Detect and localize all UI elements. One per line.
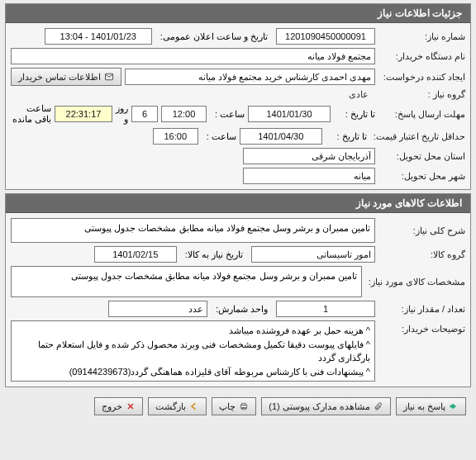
buyer-org-input[interactable] (11, 48, 375, 64)
print-button[interactable]: چاپ (212, 397, 256, 415)
goods-details-header: اطلاعات کالاهای مورد نیاز (6, 194, 470, 213)
need-details-panel: جزئیات اطلاعات نیاز شماره نیاز: تاریخ و … (5, 3, 471, 190)
qty-label: تعداد / مقدار نیاز: (378, 304, 465, 315)
unit-label: واحد شمارش: (211, 304, 273, 315)
attachment-icon (374, 401, 383, 411)
qty-input[interactable] (276, 301, 375, 317)
attachments-label: مشاهده مدارک پیوستی (1) (269, 401, 370, 412)
delivery-province-input[interactable] (243, 148, 375, 164)
back-label: بازگشت (155, 401, 186, 412)
remaining-text: ساعت باقی مانده (11, 103, 51, 125)
delivery-city-input[interactable] (243, 168, 375, 184)
buyer-notes-text[interactable]: ^ هزینه حمل بر عهده فروشنده میباشد ^ فای… (11, 320, 375, 382)
goods-details-panel: اطلاعات کالاهای مورد نیاز شرح کلی نیاز: … (5, 193, 471, 387)
days-count-input[interactable] (131, 106, 158, 122)
reply-icon (449, 401, 459, 411)
buyer-contact-button[interactable]: اطلاعات تماس خریدار (11, 68, 121, 86)
goods-date-label: تاریخ نیاز به کالا: (180, 249, 248, 260)
back-icon (189, 401, 199, 411)
price-hour-input[interactable] (153, 128, 198, 145)
exit-icon (126, 401, 136, 411)
hour-label-1: ساعت : (210, 109, 245, 120)
back-button[interactable]: بازگشت (148, 397, 207, 415)
need-group-value: عادی (342, 89, 375, 100)
need-summary-text[interactable]: تامین ممبران و برشر وسل مجتمع فولاد میان… (11, 218, 375, 243)
action-bar: پاسخ به نیاز مشاهده مدارک پیوستی (1) چاپ… (0, 391, 476, 422)
to-date-label-2: تا تاریخ : (326, 131, 367, 142)
reply-to-date-input[interactable] (248, 106, 331, 122)
unit-input[interactable] (108, 301, 207, 317)
goods-date-input[interactable] (94, 246, 177, 263)
buyer-org-label: نام دستگاه خریدار: (378, 51, 465, 62)
requester-input[interactable] (125, 69, 375, 85)
contact-icon (104, 72, 114, 82)
goods-spec-label: مشخصات کالای مورد نیاز: (365, 277, 465, 287)
hour-label-2: ساعت : (202, 131, 236, 142)
goods-group-label: گروه کالا: (378, 249, 465, 260)
reply-deadline-label: مهلت ارسال پاسخ: (378, 109, 465, 120)
to-date-label-1: تا تاریخ : (334, 109, 375, 120)
reply-button[interactable]: پاسخ به نیاز (396, 397, 466, 415)
delivery-province-label: استان محل تحویل: (378, 151, 465, 162)
announce-datetime-input[interactable] (45, 28, 152, 45)
countdown-input (55, 106, 112, 122)
buyer-notes-label: توضیحات خریدار: (378, 320, 465, 334)
reply-hour-input[interactable] (161, 106, 207, 122)
goods-spec-text[interactable]: تامین ممبران و برشر وسل مجتمع فولاد میان… (11, 266, 362, 297)
exit-label: خروج (102, 401, 122, 412)
delivery-city-label: شهر محل تحویل: (378, 171, 465, 182)
exit-button[interactable]: خروج (94, 397, 143, 415)
days-and-text: روز و (116, 103, 128, 125)
print-icon (239, 401, 249, 411)
need-number-input[interactable] (276, 28, 375, 45)
buyer-contact-label: اطلاعات تماس خریدار (18, 72, 101, 83)
attachments-button[interactable]: مشاهده مدارک پیوستی (1) (261, 397, 391, 415)
need-summary-label: شرح کلی نیاز: (378, 225, 465, 236)
need-number-label: شماره نیاز: (378, 31, 465, 42)
reply-label: پاسخ به نیاز (403, 401, 445, 412)
print-label: چاپ (219, 401, 236, 412)
price-to-date-input[interactable] (240, 128, 322, 145)
need-group-label: گروه نیاز : (378, 89, 465, 100)
requester-label: ایجاد کننده درخواست: (378, 72, 465, 83)
announce-datetime-label: تاریخ و ساعت اعلان عمومی: (155, 31, 273, 42)
need-details-header: جزئیات اطلاعات نیاز (6, 4, 470, 23)
price-validity-label: حداقل تاریخ اعتبار قیمت: (370, 131, 465, 142)
svg-rect-2 (242, 403, 246, 405)
goods-group-input[interactable] (251, 246, 375, 263)
